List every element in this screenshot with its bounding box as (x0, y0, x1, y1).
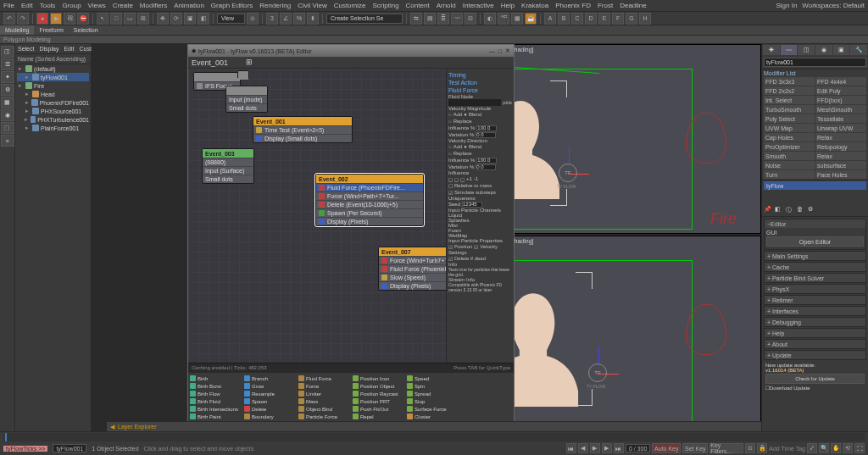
scene-tab-display[interactable]: Display (39, 46, 58, 52)
menu-edit[interactable]: Edit (21, 2, 33, 9)
modifier-list-dropdown[interactable]: Modifier List (764, 70, 866, 76)
tree-row[interactable]: ▸Fire (17, 81, 89, 90)
rect-select-button[interactable]: ▭ (124, 13, 136, 25)
display-tab[interactable]: ▣ (833, 45, 850, 55)
modifier-button[interactable]: Edit Poly (815, 86, 866, 95)
select-button[interactable]: ↖ (97, 13, 108, 25)
pan-button[interactable]: ✋ (831, 443, 841, 453)
influence2-input[interactable] (476, 158, 497, 164)
props-fluidforce[interactable]: Fluid Force (448, 87, 512, 93)
operator-item[interactable]: Grow (244, 382, 298, 390)
motion-tab[interactable]: ◉ (815, 45, 832, 55)
dock-btn-3[interactable]: ✦ (1, 71, 14, 83)
keyfilters-button[interactable]: Key Filters... (709, 443, 743, 453)
operator-item[interactable]: Birth Flow (190, 390, 244, 397)
check-update-button[interactable]: Check for Update (765, 374, 865, 384)
menu-help[interactable]: Help (501, 2, 515, 9)
tree-row[interactable]: ▸Head (17, 90, 89, 98)
operator-item[interactable]: Resample (244, 390, 298, 397)
operator-item[interactable]: Mass (298, 397, 353, 405)
workspaces-dropdown[interactable]: Workspaces: Default (802, 2, 865, 9)
arrow-left-icon[interactable]: ◀ (110, 424, 114, 430)
operator-item[interactable]: Position Object (353, 382, 407, 390)
ref-coord-dropdown[interactable]: View (217, 14, 245, 24)
modifier-button[interactable]: subsurface (815, 161, 866, 169)
tool-b[interactable]: B (558, 13, 570, 25)
hierarchy-tab[interactable]: ◫ (798, 45, 815, 55)
operator-item[interactable]: Cluster (407, 413, 461, 420)
modifier-button[interactable]: MeshSmooth (815, 105, 866, 114)
record-button[interactable]: ● (36, 13, 48, 25)
node-event001[interactable]: Event_001 Time Test (Event>2<5) Display … (253, 116, 353, 143)
pick-button[interactable]: pick (503, 100, 512, 105)
operator-item[interactable]: Delete (244, 405, 298, 413)
operator-item[interactable]: Stop (407, 397, 461, 405)
schematic-button[interactable]: ⊟ (465, 13, 476, 25)
stack-config-button[interactable]: ⚙ (808, 206, 818, 215)
frame-display[interactable]: 0 / 300 (626, 444, 650, 452)
maxscript-prompt[interactable]: tyFlowTicks >> (3, 446, 47, 452)
maximize-vp-button[interactable]: ⛶ (854, 443, 865, 453)
render-setup-button[interactable]: 🎬 (498, 13, 509, 25)
operator-item[interactable]: Boundary (244, 413, 298, 420)
variation-input[interactable] (476, 132, 496, 138)
rollout-header[interactable]: + About (765, 340, 865, 348)
stack-show-button[interactable]: ◧ (775, 206, 785, 215)
tyflow-event-dropdown[interactable]: Event_001 (192, 58, 242, 67)
menu-views[interactable]: Views (88, 2, 106, 9)
editor-rollout[interactable]: − Editor (765, 219, 865, 228)
dock-btn-1[interactable]: ◫ (1, 46, 14, 58)
modifier-button[interactable]: Retopology (815, 142, 866, 151)
operator-item[interactable]: Surface Force (407, 405, 461, 413)
modifier-button[interactable]: Turn (764, 170, 815, 179)
layer-explorer-bar[interactable]: ◀ Layer Explorer (107, 421, 761, 431)
material-editor-button[interactable]: ◐ (484, 13, 496, 25)
menu-deadline[interactable]: Deadline (620, 2, 647, 9)
props-timing[interactable]: Timing (448, 72, 512, 78)
tree-row[interactable]: ▸tyFlow001 (17, 73, 89, 81)
operator-item[interactable]: Birth (190, 375, 244, 382)
dock-btn-8[interactable]: ≡ (1, 135, 14, 147)
rollout-header[interactable]: + PhysX (765, 285, 865, 293)
tool-d[interactable]: D (585, 13, 597, 25)
modifier-button[interactable]: Cap Holes (764, 133, 815, 141)
menu-scripting[interactable]: Scripting (372, 2, 398, 9)
stack-remove-button[interactable]: 🗑 (797, 206, 807, 215)
modifier-button[interactable]: Face Holes (815, 170, 866, 179)
minimize-button[interactable]: — (489, 48, 495, 54)
operator-item[interactable]: Spawn (244, 397, 298, 405)
fluid-node-field[interactable] (448, 99, 501, 106)
dock-btn-4[interactable]: ⚙ (1, 84, 14, 96)
operator-item[interactable]: Repel (353, 413, 407, 420)
tool-h[interactable]: H (639, 13, 651, 25)
variation2-input[interactable] (476, 164, 496, 170)
snap-toggle-button[interactable]: 3 (266, 13, 278, 25)
close-button[interactable]: ✕ (505, 47, 510, 54)
tree-row[interactable]: ▸PlainForce001 (17, 124, 89, 132)
modifier-button[interactable]: Smooth (764, 152, 815, 160)
play-anim-button[interactable]: ▶ (590, 443, 600, 453)
operator-item[interactable]: Position Raycast (353, 390, 407, 397)
node-stub[interactable] (237, 70, 249, 79)
seed-input[interactable] (462, 202, 482, 208)
node-event007[interactable]: Event_007 Force (Wind+Turb7+Turb2) Fluid… (378, 247, 446, 291)
node-graph-canvas[interactable]: IFS Focus Input (mode) Small dots Event_… (188, 69, 446, 363)
scene-tab-select[interactable]: Select (18, 46, 34, 52)
dock-btn-6[interactable]: ◉ (1, 109, 14, 121)
modifier-button[interactable]: FFD 4x4x4 (815, 77, 866, 86)
props-testaction[interactable]: Test Action (448, 80, 512, 86)
modifier-button[interactable]: Relax (815, 152, 866, 160)
stack-unique-button[interactable]: ⓘ (786, 206, 796, 215)
tyflow-tool-1[interactable]: ⊞ (246, 58, 255, 67)
selected-object-field[interactable]: tyFlow001 (53, 444, 86, 452)
operator-item[interactable]: Birth Paint (190, 413, 244, 420)
modifier-button[interactable]: ProOptimizer (764, 142, 815, 151)
rollout-header[interactable]: + Interfaces (765, 307, 865, 315)
scene-sort-header[interactable]: Name (Sorted Ascending) (15, 54, 91, 64)
operator-item[interactable]: Speed (407, 375, 461, 382)
timetag-button[interactable]: Add Time Tag (769, 446, 805, 452)
stack-pin-button[interactable]: 📌 (764, 206, 774, 215)
spinner-snap-button[interactable]: ⬍ (307, 13, 319, 25)
rollout-header[interactable]: + Main Settings (765, 252, 865, 260)
tree-row[interactable]: ▸(default) (17, 64, 89, 73)
